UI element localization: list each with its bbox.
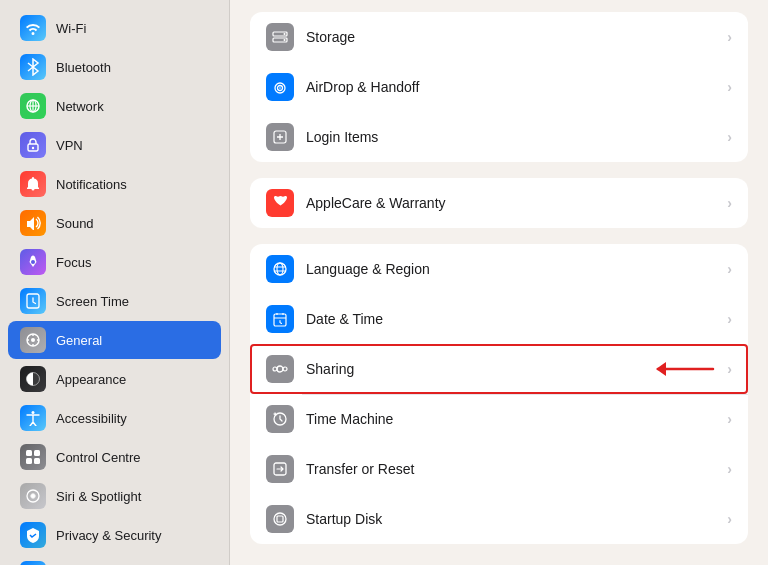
svg-point-7 — [32, 147, 34, 149]
main-content: Storage›AirDrop & Handoff›Login Items›Ap… — [230, 0, 768, 565]
transfer-row-icon — [266, 455, 294, 483]
settings-row-transfer[interactable]: Transfer or Reset› — [250, 444, 748, 494]
desktop-icon — [20, 561, 46, 565]
svg-point-20 — [31, 494, 35, 498]
vpn-icon — [20, 132, 46, 158]
svg-rect-17 — [26, 458, 32, 464]
sidebar-item-screentime[interactable]: Screen Time — [8, 282, 221, 320]
sidebar-item-accessibility[interactable]: Accessibility — [8, 399, 221, 437]
sidebar: Wi-FiBluetoothNetworkVPNNotificationsSou… — [0, 0, 230, 565]
settings-group-group1: Storage›AirDrop & Handoff›Login Items› — [250, 12, 748, 162]
loginitems-row-label: Login Items — [306, 129, 715, 145]
row-wrapper-language: Language & Region› — [250, 244, 748, 294]
settings-row-datetime[interactable]: Date & Time› — [250, 294, 748, 344]
sharing-row-icon — [266, 355, 294, 383]
loginitems-row-icon — [266, 123, 294, 151]
applecare-chevron: › — [727, 195, 732, 211]
sidebar-item-siri[interactable]: Siri & Spotlight — [8, 477, 221, 515]
accessibility-label: Accessibility — [56, 411, 127, 426]
sidebar-item-bluetooth[interactable]: Bluetooth — [8, 48, 221, 86]
airdrop-row-label: AirDrop & Handoff — [306, 79, 715, 95]
applecare-row-label: AppleCare & Warranty — [306, 195, 715, 211]
privacy-label: Privacy & Security — [56, 528, 161, 543]
settings-row-storage[interactable]: Storage› — [250, 12, 748, 62]
wifi-icon — [20, 15, 46, 41]
settings-row-applecare[interactable]: AppleCare & Warranty› — [250, 178, 748, 228]
settings-row-airdrop[interactable]: AirDrop & Handoff› — [250, 62, 748, 112]
sidebar-item-focus[interactable]: Focus — [8, 243, 221, 281]
wifi-label: Wi-Fi — [56, 21, 86, 36]
row-wrapper-loginitems: Login Items› — [250, 112, 748, 162]
svg-rect-43 — [277, 516, 283, 522]
settings-row-language[interactable]: Language & Region› — [250, 244, 748, 294]
storage-chevron: › — [727, 29, 732, 45]
datetime-row-icon — [266, 305, 294, 333]
privacy-icon — [20, 522, 46, 548]
row-wrapper-timemachine: Time Machine› — [250, 394, 748, 444]
sidebar-item-general[interactable]: General — [8, 321, 221, 359]
settings-row-timemachine[interactable]: Time Machine› — [250, 394, 748, 444]
row-wrapper-datetime: Date & Time› — [250, 294, 748, 344]
timemachine-row-icon — [266, 405, 294, 433]
siri-icon — [20, 483, 46, 509]
datetime-row-label: Date & Time — [306, 311, 715, 327]
settings-row-startup[interactable]: Startup Disk› — [250, 494, 748, 544]
sidebar-item-desktop[interactable]: Desktop & Dock — [8, 555, 221, 565]
sound-label: Sound — [56, 216, 94, 231]
svg-point-33 — [277, 263, 283, 275]
transfer-chevron: › — [727, 461, 732, 477]
controlcentre-label: Control Centre — [56, 450, 141, 465]
vpn-label: VPN — [56, 138, 83, 153]
datetime-chevron: › — [727, 311, 732, 327]
storage-row-label: Storage — [306, 29, 715, 45]
transfer-row-label: Transfer or Reset — [306, 461, 715, 477]
accessibility-icon — [20, 405, 46, 431]
timemachine-chevron: › — [727, 411, 732, 427]
settings-list: Storage›AirDrop & Handoff›Login Items›Ap… — [230, 0, 768, 565]
settings-row-sharing[interactable]: Sharing› — [250, 344, 748, 394]
applecare-row-icon — [266, 189, 294, 217]
svg-point-27 — [284, 39, 286, 41]
row-wrapper-sharing: Sharing› — [250, 344, 748, 394]
settings-group-group3: Language & Region›Date & Time›Sharing› T… — [250, 244, 748, 544]
row-wrapper-transfer: Transfer or Reset› — [250, 444, 748, 494]
sidebar-item-sound[interactable]: Sound — [8, 204, 221, 242]
sidebar-item-wifi[interactable]: Wi-Fi — [8, 9, 221, 47]
bluetooth-icon — [20, 54, 46, 80]
sidebar-item-controlcentre[interactable]: Control Centre — [8, 438, 221, 476]
svg-point-11 — [31, 338, 35, 342]
svg-point-32 — [274, 263, 286, 275]
sidebar-item-appearance[interactable]: Appearance — [8, 360, 221, 398]
row-wrapper-startup: Startup Disk› — [250, 494, 748, 544]
network-icon — [20, 93, 46, 119]
airdrop-row-icon — [266, 73, 294, 101]
storage-row-icon — [266, 23, 294, 51]
network-label: Network — [56, 99, 104, 114]
language-chevron: › — [727, 261, 732, 277]
settings-row-loginitems[interactable]: Login Items› — [250, 112, 748, 162]
general-icon — [20, 327, 46, 353]
sidebar-item-network[interactable]: Network — [8, 87, 221, 125]
sidebar-item-privacy[interactable]: Privacy & Security — [8, 516, 221, 554]
svg-rect-18 — [34, 458, 40, 464]
language-row-label: Language & Region — [306, 261, 715, 277]
focus-icon — [20, 249, 46, 275]
airdrop-chevron: › — [727, 79, 732, 95]
svg-point-14 — [32, 411, 35, 414]
sound-icon — [20, 210, 46, 236]
sharing-chevron: › — [727, 361, 732, 377]
general-label: General — [56, 333, 102, 348]
controlcentre-icon — [20, 444, 46, 470]
notifications-label: Notifications — [56, 177, 127, 192]
sharing-row-label: Sharing — [306, 361, 715, 377]
notifications-icon — [20, 171, 46, 197]
svg-point-26 — [284, 33, 286, 35]
timemachine-row-label: Time Machine — [306, 411, 715, 427]
svg-point-42 — [274, 513, 286, 525]
sidebar-item-vpn[interactable]: VPN — [8, 126, 221, 164]
startup-chevron: › — [727, 511, 732, 527]
startup-row-icon — [266, 505, 294, 533]
loginitems-chevron: › — [727, 129, 732, 145]
sidebar-item-notifications[interactable]: Notifications — [8, 165, 221, 203]
settings-group-group2: AppleCare & Warranty› — [250, 178, 748, 228]
